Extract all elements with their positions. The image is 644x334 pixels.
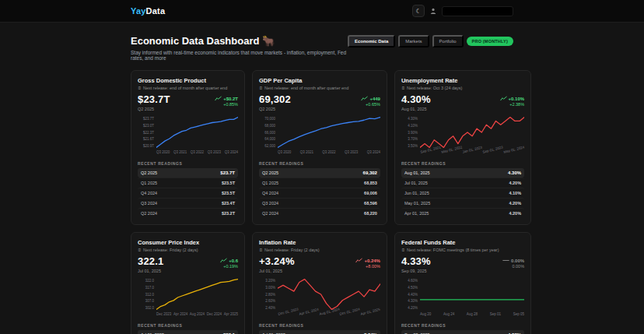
chart-area: 4.60%4.50%4.40%4.30%4.20% bbox=[401, 278, 524, 311]
y-axis-labels: 322.0317.0312.0307.0302.0 bbox=[138, 278, 154, 311]
indicator-card: GDP Per Capita 🗓 Next release: end of mo… bbox=[252, 70, 387, 225]
recent-readings-label: RECENT READINGS bbox=[138, 161, 238, 166]
recent-readings-label: RECENT READINGS bbox=[138, 323, 238, 328]
reading-date: Q4 2024 bbox=[141, 191, 157, 195]
y-tick: 4.10% bbox=[408, 124, 418, 128]
moon-icon: ☾ bbox=[415, 8, 421, 15]
change-absolute: +0.6 bbox=[220, 258, 238, 263]
trend-icon bbox=[502, 258, 509, 263]
y-tick: 4.40% bbox=[408, 293, 418, 297]
reading-value: 4.20% bbox=[509, 201, 521, 206]
y-tick: $20.9T bbox=[143, 144, 154, 148]
value-block: 4.33% Sep 09, 2025 bbox=[401, 255, 431, 273]
change-percent: +0.19% bbox=[223, 264, 238, 269]
x-tick: Dec 2023 bbox=[156, 312, 171, 318]
reading-date: Q1 2025 bbox=[141, 181, 157, 185]
x-tick: Q3 2021 bbox=[300, 150, 313, 156]
tab-markets[interactable]: Markets bbox=[398, 35, 429, 47]
readings-table: Jul 01, 2025322.1Jun 01, 2025321.5May 01… bbox=[138, 330, 238, 334]
reading-row: Q3 2024$23.4T bbox=[138, 198, 238, 208]
readings-table: Aug 01, 20254.30%Jul 01, 20254.20%Jun 01… bbox=[401, 168, 524, 218]
line-chart bbox=[156, 278, 238, 311]
reading-row: May 01, 20254.20% bbox=[401, 198, 524, 208]
change-percent: +0.85% bbox=[223, 102, 238, 107]
x-tick: Aug 24 bbox=[443, 312, 454, 318]
signin-button[interactable] bbox=[442, 6, 513, 16]
y-tick: 62,000 bbox=[264, 144, 275, 148]
indicator-card: Gross Domestic Product 🗓 Next release: e… bbox=[131, 70, 245, 225]
change-percent: +8.00% bbox=[366, 264, 380, 269]
value-block: 4.30% Aug 01, 2025 bbox=[401, 93, 431, 111]
indicator-card: Unemployment Rate 🗓 Next release: Oct 3 … bbox=[394, 70, 531, 225]
y-tick: 322.0 bbox=[145, 279, 154, 283]
y-tick: 4.50% bbox=[408, 286, 418, 290]
x-tick: Q3 2022 bbox=[322, 150, 335, 156]
line-chart bbox=[156, 116, 238, 149]
reading-row: Apr 01, 20254.20% bbox=[401, 208, 524, 218]
next-release-text: Next release: end of month after quarter… bbox=[143, 86, 227, 90]
tab-economic-data[interactable]: Economic Data bbox=[348, 35, 395, 47]
y-tick: 307.0 bbox=[145, 299, 154, 303]
pro-monthly-button[interactable]: PRO (MONTHLY) bbox=[467, 37, 513, 46]
value-row: $23.7T Q2 2025 +$0.2T +0.85% bbox=[138, 93, 238, 111]
y-tick: 3.00% bbox=[265, 286, 275, 290]
next-release: 🗓 Next release: FOMC meetings (8 times p… bbox=[401, 248, 524, 252]
reading-row: Q2 2025$23.7T bbox=[138, 168, 238, 178]
indicator-date: Q2 2025 bbox=[259, 107, 291, 111]
change-absolute-text: +0.24% bbox=[364, 258, 380, 263]
y-tick: 64,000 bbox=[264, 137, 275, 141]
x-tick: Q3 2023 bbox=[208, 150, 221, 156]
card-title: Inflation Rate bbox=[259, 239, 380, 246]
theme-toggle-button[interactable]: ☾ bbox=[412, 5, 425, 17]
value-row: 69,302 Q2 2025 +449 +0.65% bbox=[259, 93, 380, 111]
reading-value: $23.2T bbox=[222, 211, 235, 216]
calendar-icon: 🗓 bbox=[401, 86, 405, 90]
change-badge: +$0.2T +0.85% bbox=[215, 96, 238, 107]
user-icon[interactable] bbox=[430, 8, 436, 14]
app-logo[interactable]: YayData bbox=[131, 6, 165, 16]
indicator-date: Jul 01, 2025 bbox=[138, 269, 164, 273]
recent-readings-label: RECENT READINGS bbox=[259, 161, 380, 166]
top-bar: YayData ☾ bbox=[0, 0, 644, 23]
chart-area: 4.30%4.10%3.90%3.70%3.50% bbox=[401, 116, 524, 149]
y-tick: 4.60% bbox=[408, 279, 418, 283]
value-block: $23.7T Q2 2025 bbox=[138, 93, 170, 111]
tab-portfolio[interactable]: Portfolio bbox=[432, 35, 464, 47]
change-absolute: +449 bbox=[361, 96, 380, 101]
trend-icon bbox=[355, 258, 362, 263]
calendar-icon: 🗓 bbox=[138, 86, 142, 90]
reading-row: Q2 202468,220 bbox=[259, 208, 380, 218]
x-tick: Q3 2022 bbox=[191, 150, 204, 156]
x-tick: Q3 2023 bbox=[345, 150, 358, 156]
x-axis-labels: Q3 2020Q3 2021Q3 2022Q3 2023Q3 2024 bbox=[156, 150, 238, 156]
y-tick: 4.30% bbox=[408, 299, 418, 303]
y-axis-labels: 4.30%4.10%3.90%3.70%3.50% bbox=[401, 116, 418, 149]
reading-row: Q3 202468,596 bbox=[259, 198, 380, 208]
change-badge: +0.6 +0.19% bbox=[220, 258, 238, 269]
reading-date: Q2 2025 bbox=[262, 171, 278, 175]
x-tick: Apr 2024 bbox=[173, 312, 187, 318]
reading-row: Q4 2024$23.5T bbox=[138, 188, 238, 198]
reading-value: $23.7T bbox=[220, 171, 235, 175]
change-badge: +449 +0.65% bbox=[361, 96, 380, 107]
y-tick: 70,000 bbox=[264, 117, 275, 121]
y-tick: $23.7T bbox=[143, 117, 154, 121]
change-absolute: 0.00% bbox=[502, 258, 524, 263]
chart-area: 322.0317.0312.0307.0302.0 bbox=[138, 278, 238, 311]
reading-value: 69,006 bbox=[364, 191, 377, 195]
next-release-text: Next release: Friday (2 days) bbox=[264, 248, 320, 252]
next-release-text: Next release: end of month after quarter… bbox=[264, 86, 348, 90]
reading-date: Q3 2024 bbox=[141, 201, 157, 206]
change-percent: 0.00% bbox=[512, 264, 524, 269]
recent-readings-label: RECENT READINGS bbox=[259, 323, 380, 328]
readings-table: Jul 01, 2025+3.24%Jun 01, 2025+3.00%May … bbox=[259, 330, 380, 334]
y-tick: 2.60% bbox=[265, 299, 275, 303]
y-tick: 4.20% bbox=[408, 306, 418, 310]
indicator-value: +3.24% bbox=[259, 255, 295, 267]
value-row: 4.30% Aug 01, 2025 +0.10% +2.38% bbox=[401, 93, 524, 111]
reading-date: Q2 2024 bbox=[262, 211, 278, 216]
trend-icon bbox=[500, 96, 507, 101]
reading-row: Q1 2025$23.5T bbox=[138, 178, 238, 188]
reading-row: Q1 202568,853 bbox=[259, 178, 380, 188]
indicator-card: Consumer Price Index 🗓 Next release: Fri… bbox=[131, 232, 245, 334]
